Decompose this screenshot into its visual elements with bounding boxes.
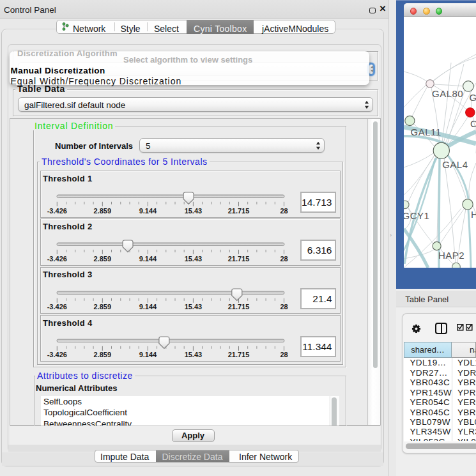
svg-text:GAL4: GAL4 (442, 159, 468, 170)
svg-text:HAP2: HAP2 (438, 250, 464, 261)
svg-text:GAL11: GAL11 (411, 127, 441, 137)
svg-text:H: H (471, 209, 476, 220)
svg-text:C: C (470, 118, 476, 129)
svg-text:GAL80: GAL80 (432, 88, 463, 99)
svg-text:GA: GA (470, 92, 476, 103)
svg-text:GCY1: GCY1 (404, 210, 429, 221)
